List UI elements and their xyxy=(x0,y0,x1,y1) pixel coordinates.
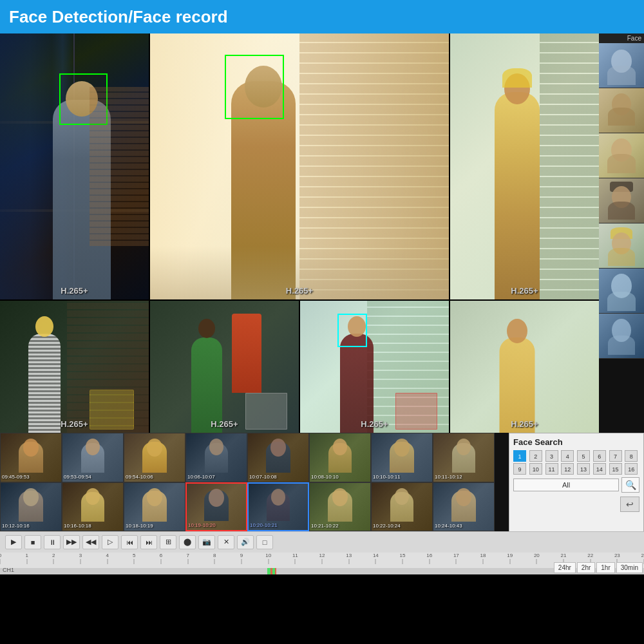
camera-cell-3: H.265+ xyxy=(0,301,149,433)
rewind-button[interactable]: ◀◀ xyxy=(82,535,99,549)
channel-btn-2[interactable]: 2 xyxy=(529,450,542,462)
face-strip-spacer xyxy=(599,359,644,433)
tick-line-11 xyxy=(295,559,296,564)
face-thumb-6[interactable] xyxy=(599,269,644,314)
face-thumb-2[interactable] xyxy=(599,88,644,133)
thumb-item-9[interactable]: 10:12-10:16 xyxy=(0,482,62,532)
timeline-track[interactable] xyxy=(0,568,644,574)
camera-label-1: H.265+ xyxy=(61,286,88,296)
face-strip: Face xyxy=(599,33,644,433)
record-button[interactable]: ⬤ xyxy=(179,535,196,549)
channel-btn-3[interactable]: 3 xyxy=(545,450,558,462)
audio-button[interactable]: 🔊 xyxy=(237,535,254,549)
search-go-button[interactable]: 🔍 xyxy=(621,477,639,493)
timeline-bar[interactable]: 0123456789101112131415161718192021222324… xyxy=(0,553,644,574)
face-thumb-3[interactable] xyxy=(599,133,644,178)
tick-label-16: 16 xyxy=(426,553,432,558)
tick-label-15: 15 xyxy=(400,553,406,558)
channel-btn-15[interactable]: 15 xyxy=(609,463,622,475)
thumb-rows: 09:45-09:53 09:53-09:54 09:54-10:06 xyxy=(0,433,509,531)
camera-label-5: H.265+ xyxy=(361,419,388,429)
thumb-item-2[interactable]: 09:53-09:54 xyxy=(62,433,124,482)
tick-label-22: 22 xyxy=(587,553,593,558)
next-frame-button[interactable]: ⏭ xyxy=(140,535,157,549)
thumb-item-14[interactable]: 10:21-10:22 xyxy=(309,482,371,532)
tick-line-2 xyxy=(53,559,54,564)
camera-cell-2: H.265+ xyxy=(150,33,449,299)
thumb-item-1[interactable]: 09:45-09:53 xyxy=(0,433,62,482)
face-thumb-5[interactable] xyxy=(599,223,644,269)
prev-frame-button[interactable]: ⏮ xyxy=(121,535,138,549)
channel-btn-10[interactable]: 10 xyxy=(529,463,542,475)
thumb-item-5[interactable]: 10:07-10:08 xyxy=(247,433,309,482)
channel-btn-8[interactable]: 8 xyxy=(625,450,638,462)
stop-button[interactable]: ■ xyxy=(24,535,41,549)
tick-label-18: 18 xyxy=(480,553,486,558)
thumb-item-15[interactable]: 10:22-10:24 xyxy=(371,482,433,532)
face-thumb-1[interactable] xyxy=(599,43,644,88)
thumb-item-12[interactable]: 10:19-10:20 xyxy=(185,482,247,532)
recording-bar-red-2 xyxy=(275,568,276,574)
tick-label-0: 0 xyxy=(0,553,1,558)
tick-line-5 xyxy=(134,559,135,564)
play-button[interactable]: ▶ xyxy=(5,535,22,549)
channel-btn-14[interactable]: 14 xyxy=(593,463,606,475)
thumb-item-7[interactable]: 10:10-10:11 xyxy=(371,433,433,482)
camera-cell-5: H.265+ xyxy=(300,301,449,433)
channel-btn-4[interactable]: 4 xyxy=(561,450,574,462)
camera-label-6: H.265+ xyxy=(511,286,538,296)
snapshot-button[interactable]: 📷 xyxy=(198,535,215,549)
channel-btn-5[interactable]: 5 xyxy=(577,450,590,462)
thumb-item-8[interactable]: 10:11-10:12 xyxy=(433,433,495,482)
thumb-item-16[interactable]: 10:24-10:43 xyxy=(433,482,495,532)
fullscreen-button[interactable]: □ xyxy=(256,535,273,549)
time-1hr-button[interactable]: 1hr xyxy=(596,562,614,573)
slow-forward-button[interactable]: ▷ xyxy=(102,535,118,549)
camera-cell-1: H.265+ xyxy=(0,33,149,299)
thumb-item-6[interactable]: 10:08-10:10 xyxy=(309,433,371,482)
camera-label-2: H.265+ xyxy=(286,286,313,296)
thumb-time-13: 10:20-10:21 xyxy=(250,522,278,528)
tick-line-7 xyxy=(187,559,188,564)
tick-line-14 xyxy=(375,559,376,564)
time-30min-button[interactable]: 30min xyxy=(616,562,643,573)
face-thumb-4[interactable] xyxy=(599,178,644,223)
face-detection-box-5 xyxy=(337,314,367,347)
pause-button[interactable]: ⏸ xyxy=(44,535,61,549)
thumb-time-8: 10:11-10:12 xyxy=(435,474,462,480)
thumb-item-13[interactable]: 10:20-10:21 xyxy=(247,482,309,532)
channel-btn-12[interactable]: 12 xyxy=(561,463,574,475)
arrow-back-button[interactable]: ↩ xyxy=(620,497,639,512)
tick-label-2: 2 xyxy=(52,553,55,558)
channel-btn-13[interactable]: 13 xyxy=(577,463,590,475)
time-24hr-button[interactable]: 24hr xyxy=(554,562,576,573)
tick-label-9: 9 xyxy=(240,553,243,558)
grid-button[interactable]: ⊞ xyxy=(160,535,176,549)
search-all-button[interactable]: All xyxy=(513,478,619,491)
tick-label-23: 23 xyxy=(614,553,620,558)
fast-forward-button[interactable]: ▶▶ xyxy=(63,535,80,549)
tick-line-1 xyxy=(26,559,27,564)
thumb-item-3[interactable]: 09:54-10:06 xyxy=(124,433,185,482)
thumb-item-4[interactable]: 10:06-10:07 xyxy=(185,433,247,482)
thumb-item-10[interactable]: 10:16-10:18 xyxy=(62,482,124,532)
tick-line-12 xyxy=(322,559,323,564)
thumb-item-11[interactable]: 10:18-10:19 xyxy=(124,482,185,532)
channel-btn-7[interactable]: 7 xyxy=(609,450,622,462)
camera-cell-4: H.265+ xyxy=(150,301,299,433)
channel-btn-1[interactable]: 1 xyxy=(513,450,526,462)
channel-btn-11[interactable]: 11 xyxy=(545,463,558,475)
ticks-container: 0123456789101112131415161718192021222324 xyxy=(0,553,644,567)
time-2hr-button[interactable]: 2hr xyxy=(577,562,595,573)
camera-grid: H.265+ H.265+ H. xyxy=(0,33,599,433)
tick-line-15 xyxy=(402,559,403,564)
close-button[interactable]: ✕ xyxy=(218,535,234,549)
tick-label-19: 19 xyxy=(507,553,513,558)
channel-btn-6[interactable]: 6 xyxy=(593,450,606,462)
time-range-buttons: 24hr 2hr 1hr 30min xyxy=(553,561,644,574)
channel-btn-16[interactable]: 16 xyxy=(625,463,638,475)
camera-label-4: H.265+ xyxy=(211,419,238,429)
face-thumb-7[interactable] xyxy=(599,314,644,359)
thumb-row-1: 09:45-09:53 09:53-09:54 09:54-10:06 xyxy=(0,433,509,482)
channel-btn-9[interactable]: 9 xyxy=(513,463,526,475)
